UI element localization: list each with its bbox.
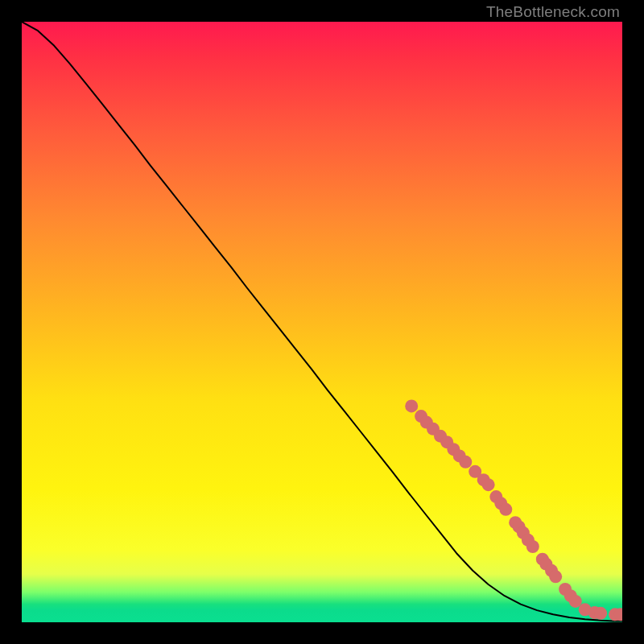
data-marker [526,540,539,553]
plot-area [22,22,622,622]
chart-overlay [22,22,622,622]
chart-stage: TheBottleneck.com [0,0,644,644]
markers-group [405,399,622,621]
curve-line [22,22,622,621]
data-marker [594,607,607,620]
attribution-label: TheBottleneck.com [486,3,620,21]
data-marker [549,570,562,583]
data-marker [459,456,472,469]
data-marker [405,399,418,412]
data-marker [482,478,495,491]
data-marker [499,503,512,516]
